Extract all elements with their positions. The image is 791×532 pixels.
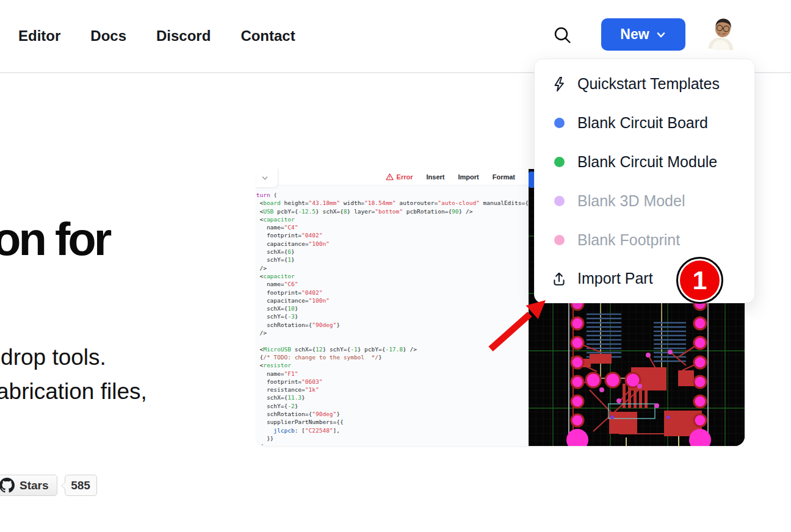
chevron-down-icon — [262, 176, 268, 181]
editor-menu-insert: Insert — [427, 173, 445, 181]
blue-dot-icon — [554, 118, 565, 128]
github-octocat-icon — [0, 478, 15, 493]
menu-item-blank-footprint[interactable]: Blank Footprint — [535, 220, 754, 259]
editor-menu-import: Import — [458, 173, 479, 181]
menu-item-blank-circuit-board[interactable]: Blank Circuit Board — [535, 104, 754, 143]
new-button-label: New — [620, 26, 649, 43]
editor-file-dropdown — [256, 169, 278, 188]
search-icon[interactable] — [552, 25, 573, 46]
github-stars-label: Stars — [20, 479, 49, 492]
annotation-arrow-icon — [482, 286, 558, 356]
hero-paragraph-line-1: 'drop tools. — [0, 340, 147, 375]
menu-item-blank-3d-model[interactable]: Blank 3D Model — [535, 181, 754, 220]
editor-menu-format: Format — [493, 173, 515, 181]
nav-link-editor[interactable]: Editor — [18, 27, 60, 45]
editor-toolbar: Error Insert Import Format — [256, 169, 529, 185]
hero-paragraph: 'drop tools. abrication files, — [0, 340, 147, 409]
hero-heading-fragment: on for — [0, 212, 109, 265]
new-button[interactable]: New — [601, 18, 685, 51]
github-star-count[interactable]: 585 — [65, 475, 97, 496]
github-stars-widget: Stars 585 — [0, 475, 97, 496]
chevron-down-icon — [656, 29, 666, 40]
annotation-step-badge: 1 — [676, 257, 723, 304]
error-indicator: Error — [386, 173, 413, 181]
purple-dot-icon — [554, 196, 565, 206]
pink-dot-icon — [554, 235, 565, 245]
github-stars-button[interactable]: Stars — [0, 475, 57, 496]
nav-link-discord[interactable]: Discord — [156, 27, 211, 45]
lightning-icon — [550, 76, 568, 92]
new-dropdown-menu: Quickstart Templates Blank Circuit Board… — [534, 59, 755, 303]
nav-link-docs[interactable]: Docs — [90, 27, 126, 45]
green-dot-icon — [554, 157, 565, 167]
nav-link-contact[interactable]: Contact — [240, 27, 295, 45]
menu-item-blank-circuit-module[interactable]: Blank Circuit Module — [535, 143, 754, 182]
upload-icon — [550, 271, 568, 287]
warning-icon — [386, 173, 394, 181]
hero-paragraph-line-2: abrication files, — [0, 375, 147, 409]
nav-links: Editor Docs Discord Contact — [18, 0, 295, 72]
menu-item-quickstart-templates[interactable]: Quickstart Templates — [535, 65, 754, 104]
avatar[interactable] — [706, 16, 739, 50]
